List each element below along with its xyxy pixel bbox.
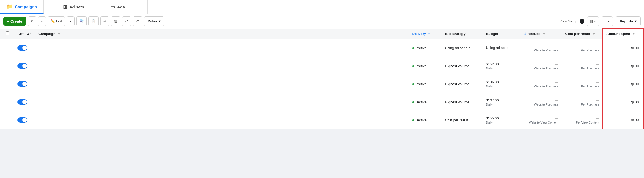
row-checkbox-cell[interactable] [0, 75, 15, 93]
row-costperresult-2: — Per Purchase [562, 75, 603, 93]
columns-button[interactable]: ||| ▾ [587, 16, 599, 26]
view-setup-dot [580, 19, 584, 24]
share-button[interactable]: ⇄ [122, 16, 131, 26]
copy-button[interactable]: 📋 [88, 16, 99, 26]
tab-campaigns[interactable]: 📁 Campaigns [0, 0, 44, 14]
edit-button[interactable]: ✏️ Edit [48, 16, 65, 26]
row-checkbox-cell[interactable] [0, 93, 15, 111]
top-nav: 📁 Campaigns ⊞ Ad sets ▭ Ads [0, 0, 644, 14]
cost-sub-3: Per Purchase [581, 103, 599, 106]
row-checkbox-3[interactable] [6, 100, 9, 103]
costperresult-filter-icon: ▼ [592, 32, 595, 36]
adsets-icon: ⊞ [63, 4, 67, 10]
delivery-text-4: Active [417, 118, 426, 122]
budget-main-3: $167.00 [486, 98, 517, 102]
row-toggle-cell-3[interactable] [15, 93, 35, 111]
status-dot-4 [412, 119, 414, 121]
breakdown-icon: ≡ [605, 19, 607, 23]
row-toggle-cell-4[interactable] [15, 111, 35, 129]
results-filter-icon: ▼ [543, 32, 546, 36]
edit-dropdown-button[interactable]: ▾ [67, 16, 75, 26]
tag-icon: 🏷 [136, 19, 139, 23]
budget-sub-3: Daily [486, 103, 517, 106]
delivery-text-3: Active [417, 100, 426, 104]
breakdown-button[interactable]: ≡ ▾ [602, 16, 613, 26]
table-row: Active Cost per result ... $155.00 Daily… [0, 111, 644, 129]
col-header-results: ℹ Results ▼ [521, 29, 562, 39]
select-all-checkbox[interactable] [6, 31, 9, 35]
flask-icon: ⚗️ [79, 19, 84, 23]
status-dot-0 [412, 47, 414, 49]
row-campaign-4 [35, 111, 409, 129]
toggle-3[interactable] [17, 99, 27, 105]
rules-button[interactable]: Rules ▾ [144, 16, 164, 26]
row-results-1: — Website Purchase [521, 57, 562, 75]
row-checkbox-2[interactable] [6, 82, 9, 85]
view-setup[interactable]: View Setup [560, 19, 585, 24]
status-dot-3 [412, 101, 414, 103]
delivery-sort-icon: ↑ [428, 32, 430, 36]
edit-label: Edit [56, 19, 62, 23]
row-checkbox-cell[interactable] [0, 39, 15, 57]
row-budget-3: $167.00 Daily [483, 93, 521, 111]
columns-chevron-icon: ▾ [594, 19, 596, 23]
create-button[interactable]: + Create [3, 17, 26, 26]
row-checkbox-cell[interactable] [0, 57, 15, 75]
campaigns-table-wrapper: Off / On Campaign ▼ Delivery ↑ Bid strat… [0, 28, 644, 129]
table-row: Active Highest volume $162.00 Daily — We… [0, 57, 644, 75]
row-costperresult-4: — Per View Content [562, 111, 603, 129]
row-amountspent-4: $0.00 [603, 111, 644, 129]
row-bidstrategy-2: Highest volume [442, 75, 483, 93]
duplicate-dropdown-button[interactable]: ▾ [38, 16, 46, 26]
row-delivery-1: Active [409, 57, 442, 75]
tag-button[interactable]: 🏷 [133, 16, 142, 26]
rules-chevron-icon: ▾ [159, 19, 161, 23]
toggle-2[interactable] [17, 81, 27, 87]
undo-icon: ↩ [103, 19, 106, 23]
toggle-0[interactable] [17, 45, 27, 51]
col-header-campaign[interactable]: Campaign ▼ [35, 29, 409, 39]
cost-sub-0: Per Purchase [581, 49, 599, 52]
row-checkbox-0[interactable] [6, 46, 9, 49]
results-sub-3: Website Purchase [534, 103, 558, 106]
toggle-1[interactable] [17, 63, 27, 69]
test-button[interactable]: ⚗️ [76, 16, 87, 26]
row-checkbox-cell[interactable] [0, 111, 15, 129]
table-header-row: Off / On Campaign ▼ Delivery ↑ Bid strat… [0, 29, 644, 39]
results-info-icon: ℹ [524, 32, 526, 36]
tab-adsets[interactable]: ⊞ Ad sets [44, 0, 104, 14]
undo-button[interactable]: ↩ [100, 16, 109, 26]
table-row: Active Using ad set bid... Using ad set … [0, 39, 644, 57]
row-results-3: — Website Purchase [521, 93, 562, 111]
duplicate-button[interactable]: ⧉ [28, 16, 36, 26]
row-campaign-1 [35, 57, 409, 75]
status-dot-2 [412, 83, 414, 85]
row-budget-2: $136.00 Daily [483, 75, 521, 93]
table-row: Active Highest volume $167.00 Daily — We… [0, 93, 644, 111]
row-toggle-cell-0[interactable] [15, 39, 35, 57]
budget-main-0: Using ad set bu... [486, 46, 517, 50]
toolbar: + Create ⧉ ▾ ✏️ Edit ▾ ⚗️ 📋 ↩ 🗑 ⇄ 🏷 Rule… [0, 14, 644, 28]
col-header-delivery[interactable]: Delivery ↑ [409, 29, 442, 39]
row-toggle-cell-2[interactable] [15, 75, 35, 93]
row-bidstrategy-0: Using ad set bid... [442, 39, 483, 57]
row-campaign-3 [35, 93, 409, 111]
results-sub-4: Website View Content [529, 121, 558, 124]
row-checkbox-4[interactable] [6, 118, 9, 121]
row-toggle-cell-1[interactable] [15, 57, 35, 75]
edit-pencil-icon: ✏️ [51, 19, 55, 23]
row-results-2: — Website Purchase [521, 75, 562, 93]
share-icon: ⇄ [125, 19, 128, 23]
col-header-bidstrategy: Bid strategy [442, 29, 483, 39]
table-row: Active Highest volume $136.00 Daily — We… [0, 75, 644, 93]
tab-ads[interactable]: ▭ Ads [104, 0, 148, 14]
col-header-checkbox[interactable] [0, 29, 15, 39]
columns-icon: ||| [590, 19, 593, 23]
row-bidstrategy-1: Highest volume [442, 57, 483, 75]
col-header-amountspent[interactable]: Amount spent ▼ [603, 29, 644, 39]
row-checkbox-1[interactable] [6, 64, 9, 67]
delete-button[interactable]: 🗑 [111, 16, 120, 26]
toggle-4[interactable] [17, 117, 27, 123]
reports-button[interactable]: Reports ▾ [616, 16, 641, 26]
copy-icon: 📋 [91, 19, 96, 23]
